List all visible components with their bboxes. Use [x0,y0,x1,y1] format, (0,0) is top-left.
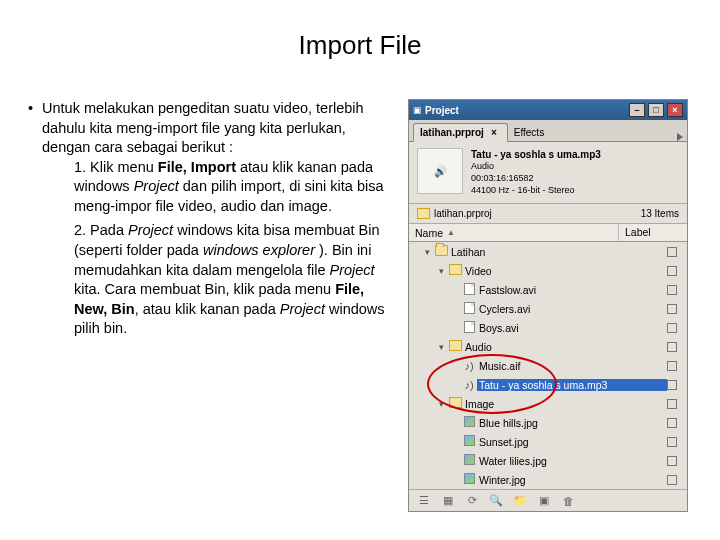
minimize-button[interactable]: – [629,103,645,117]
bin-icon [417,208,430,219]
audio-file-icon: ♪) [463,379,476,390]
label-swatch[interactable] [667,285,677,295]
audio-file-icon: ♪) [463,360,476,371]
clip-type: Audio [471,161,601,173]
item-name: Sunset.jpg [477,436,667,448]
expand-toggle[interactable]: ▾ [435,266,447,276]
tab-effects[interactable]: Effects [508,124,554,141]
clip-format: 44100 Hz - 16-bit - Stereo [471,185,601,197]
image-file-icon [464,435,475,446]
tab0-label: latihan.prproj [420,127,484,138]
project-path: latihan.prproj [434,208,492,219]
tree-row[interactable]: Cyclers.avi [409,299,687,318]
panel-menu-icon[interactable] [677,133,683,141]
clip-rate: 00:03:16:16582 [471,173,601,185]
label-swatch[interactable] [667,342,677,352]
window-title: Project [425,105,626,116]
label-swatch[interactable] [667,380,677,390]
clip-name: Tatu - ya soshla s uma.mp3 [471,148,601,161]
label-swatch[interactable] [667,247,677,257]
step2-g: kita. Cara membuat Bin, klik pada menu [74,281,335,297]
thumbnail: 🔊 [417,148,463,194]
speaker-icon: 🔊 [434,165,447,178]
list-view-button[interactable]: ☰ [415,493,433,509]
tree-row[interactable]: Fastslow.avi [409,280,687,299]
tree-row[interactable]: Water lilies.jpg [409,451,687,470]
label-swatch[interactable] [667,475,677,485]
panel-toolbar: ☰ ▦ ⟳ 🔍 📁 ▣ 🗑 [409,489,687,511]
icon-view-button[interactable]: ▦ [439,493,457,509]
panel-tabs: latihan.prproj× Effects [409,120,687,142]
tree-row[interactable]: ♪)Music.aif [409,356,687,375]
step1-b: File, Import [158,159,236,175]
image-file-icon [464,454,475,465]
label-swatch[interactable] [667,266,677,276]
step2-i: , atau klik kanan pada [135,301,280,317]
video-file-icon [464,321,475,333]
step-1: 1. Klik menu File, Import atau klik kana… [74,158,398,217]
step2-f: Project [330,262,375,278]
item-name: Music.aif [477,360,667,372]
step2-b: Project [128,222,173,238]
tree-row[interactable]: ▾Image [409,394,687,413]
panel-titlebar[interactable]: ▣ Project – □ × [409,100,687,120]
tree-row[interactable]: Blue hills.jpg [409,413,687,432]
expand-toggle[interactable]: ▾ [435,399,447,409]
label-swatch[interactable] [667,418,677,428]
expand-toggle[interactable]: ▾ [435,342,447,352]
text-column: • Untuk melakukan pengeditan suatu video… [28,99,398,512]
label-swatch[interactable] [667,456,677,466]
item-name: Audio [463,341,667,353]
project-tree: ▾Latihan▾VideoFastslow.aviCyclers.aviBoy… [409,242,687,489]
step2-j: Project [280,301,325,317]
tree-row[interactable]: ▾Latihan [409,242,687,261]
image-file-icon [464,473,475,484]
tree-row[interactable]: Winter.jpg [409,470,687,489]
item-name: Cyclers.avi [477,303,667,315]
item-name: Latihan [449,246,667,258]
new-bin-button[interactable]: 📁 [511,493,529,509]
label-swatch[interactable] [667,437,677,447]
col-label: Label [619,224,687,241]
bin-icon [449,264,462,275]
step-2: 2. Pada Project windows kita bisa membua… [74,221,398,338]
automate-button[interactable]: ⟳ [463,493,481,509]
tree-row[interactable]: ▾Video [409,261,687,280]
item-name: Winter.jpg [477,474,667,486]
project-panel: ▣ Project – □ × latihan.prproj× Effects … [408,99,688,512]
label-swatch[interactable] [667,323,677,333]
new-item-button[interactable]: ▣ [535,493,553,509]
close-button[interactable]: × [667,103,683,117]
clip-preview: 🔊 Tatu - ya soshla s uma.mp3 Audio 00:03… [409,142,687,204]
window-icon: ▣ [413,105,422,115]
item-name: Water lilies.jpg [477,455,667,467]
tree-row[interactable]: ▾Audio [409,337,687,356]
tree-row[interactable]: ♪)Tatu - ya soshla s uma.mp3 [409,375,687,394]
step2-a: 2. Pada [74,222,128,238]
tab-close-icon[interactable]: × [491,127,497,138]
label-swatch[interactable] [667,399,677,409]
item-name: Boys.avi [477,322,667,334]
item-name: Tatu - ya soshla s uma.mp3 [477,379,667,391]
step1-a: 1. Klik menu [74,159,158,175]
tab1-label: Effects [514,127,544,138]
expand-toggle[interactable]: ▾ [421,247,433,257]
item-name: Image [463,398,667,410]
label-swatch[interactable] [667,304,677,314]
maximize-button[interactable]: □ [648,103,664,117]
delete-button[interactable]: 🗑 [559,493,577,509]
column-header[interactable]: Name▲ Label [409,224,687,242]
find-button[interactable]: 🔍 [487,493,505,509]
image-file-icon [464,416,475,427]
tree-row[interactable]: Boys.avi [409,318,687,337]
tab-project[interactable]: latihan.prproj× [413,123,508,142]
label-swatch[interactable] [667,361,677,371]
item-name: Blue hills.jpg [477,417,667,429]
folder-icon [435,245,448,256]
tree-row[interactable]: Sunset.jpg [409,432,687,451]
step1-d: Project [134,178,179,194]
bullet-dot: • [28,99,42,344]
sort-arrow-icon: ▲ [447,228,455,237]
item-count: 13 Items [641,208,679,219]
step2-d: windows explorer [203,242,315,258]
